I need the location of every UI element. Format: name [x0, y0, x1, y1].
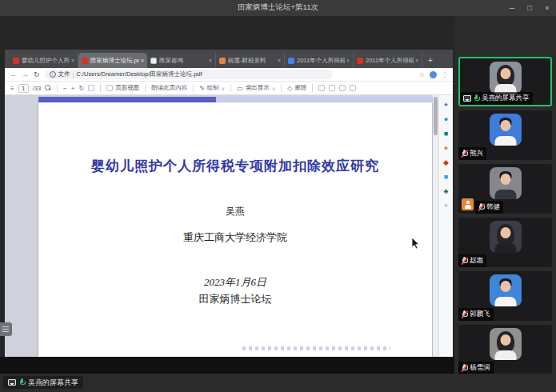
chevron-down-icon[interactable]: ∨: [272, 86, 275, 91]
page-total-label: /33: [33, 85, 41, 92]
minimize-button[interactable]: ─: [503, 0, 521, 16]
participants-panel: 吴燕的屏幕共享 熊兴 韩健 赵惠: [454, 16, 556, 392]
print-icon[interactable]: [329, 85, 335, 91]
participant-tile-3[interactable]: 韩健: [458, 164, 552, 214]
avatar: [490, 328, 522, 360]
new-tab-button[interactable]: +: [425, 54, 436, 66]
capture-icon[interactable]: ■: [444, 130, 448, 138]
pdf-icon: [13, 58, 19, 64]
forward-icon[interactable]: →: [22, 70, 29, 78]
mic-muted-icon: [462, 310, 467, 318]
zoom-in-button[interactable]: +: [71, 85, 75, 92]
page-info-icon[interactable]: i: [50, 71, 56, 78]
search-icon[interactable]: [45, 85, 51, 91]
toolbar-divider: [230, 84, 231, 92]
toolbar-divider: [57, 84, 58, 92]
fit-page-icon[interactable]: [88, 85, 94, 91]
edge-sidebar: ✦ ● ■ ● ◆ ■ ♣ +: [438, 95, 453, 357]
screen-share-icon: [463, 95, 471, 102]
rotate-icon[interactable]: ↻: [78, 85, 84, 92]
progress-bar-track: [216, 97, 436, 102]
participant-label: 吴燕的屏幕共享: [460, 92, 533, 105]
docs-icon[interactable]: ■: [444, 174, 448, 181]
office-icon[interactable]: ◆: [443, 159, 449, 166]
highlight-button[interactable]: ▭ 突出显示 ∨: [237, 84, 275, 92]
mic-muted-icon: [462, 364, 467, 372]
page-number-input[interactable]: 1: [18, 84, 29, 93]
highlighter-icon: ▭: [237, 85, 243, 92]
browser-tab-4[interactable]: 税屋-财税资料 ×: [216, 53, 285, 68]
browser-tab-3[interactable]: 政策咨询 ×: [147, 53, 216, 68]
close-button[interactable]: ×: [538, 0, 556, 16]
participant-label: 郭鹏飞: [458, 308, 494, 321]
participant-label: 赵惠: [458, 254, 486, 267]
participant-tile-5[interactable]: 郭鹏飞: [458, 271, 552, 321]
read-aloud-button[interactable]: 朗读此页内容: [151, 84, 187, 92]
tab-close-icon[interactable]: ×: [209, 58, 212, 63]
toolbar-divider: [281, 84, 282, 92]
pdf-page: 婴幼儿照护个人所得税专项附加扣除效应研究 吴燕 重庆工商大学经济学院 2023年…: [38, 102, 432, 357]
profile-avatar[interactable]: [430, 71, 437, 78]
pdf-viewport[interactable]: 婴幼儿照护个人所得税专项附加扣除效应研究 吴燕 重庆工商大学经济学院 2023年…: [5, 95, 453, 357]
browser-navbar: ← → ↻ i 文件 | C:/Users/Dreamer/Desktop/田家…: [5, 68, 453, 82]
screen-share-stage: 婴幼儿照护个人所得税专… × 田家炳博士论坛.pdf × 政策咨询 × 税屋-财…: [0, 16, 454, 374]
page-view-icon: [106, 85, 113, 91]
browser-tab-6[interactable]: 2011年个人所得税改革… ×: [354, 53, 422, 68]
floating-toolbar-button[interactable]: [0, 322, 12, 336]
meeting-bottom-bar: 吴燕的屏幕共享: [0, 374, 556, 392]
copilot-icon[interactable]: ✦: [443, 102, 450, 109]
window-controls: ─ □ ×: [503, 0, 556, 16]
address-scheme: 文件: [58, 70, 70, 78]
more-menu-icon[interactable]: ⋮: [442, 71, 448, 78]
page-view-button[interactable]: 页面视图: [106, 84, 139, 92]
reload-icon[interactable]: ↻: [34, 70, 40, 78]
add-icon[interactable]: +: [444, 202, 448, 210]
participant-tile-6[interactable]: 杨雪润: [458, 325, 552, 374]
back-icon[interactable]: ←: [10, 70, 17, 78]
page-icon: [150, 58, 157, 64]
more-tools-icon[interactable]: [350, 85, 356, 91]
toolbar-divider: [312, 84, 313, 92]
chevron-down-icon[interactable]: ∨: [222, 86, 225, 91]
maximize-button[interactable]: □: [521, 0, 538, 16]
erase-button[interactable]: ◇ 擦除: [287, 84, 306, 92]
save-icon[interactable]: [318, 85, 325, 91]
avatar: [490, 167, 522, 199]
scrollbar-thumb[interactable]: [434, 97, 438, 135]
slide-title: 婴幼儿照护个人所得税专项附加扣除效应研究: [38, 157, 432, 175]
progress-bar-filled: [38, 97, 216, 102]
tab-close-icon[interactable]: ×: [141, 58, 144, 63]
participant-tile-4[interactable]: 赵惠: [458, 218, 552, 267]
tab-close-icon[interactable]: ×: [71, 58, 74, 63]
chat-icon[interactable]: ●: [444, 116, 448, 123]
participant-tile-2[interactable]: 熊兴: [458, 110, 552, 160]
screen-share-icon: [8, 379, 16, 386]
pdf-scrollbar[interactable]: [433, 95, 438, 357]
participant-tile-1[interactable]: 吴燕的屏幕共享: [458, 57, 552, 106]
tab-close-icon[interactable]: ×: [346, 58, 350, 63]
address-path: C:/Users/Dreamer/Desktop/田家炳博士论坛.pdf: [77, 70, 202, 78]
profile-icon[interactable]: ●: [444, 145, 448, 152]
tab-close-icon[interactable]: ×: [278, 58, 281, 63]
address-separator: |: [73, 71, 74, 78]
mic-muted-icon: [462, 150, 467, 158]
save-as-icon[interactable]: [339, 85, 346, 91]
toc-icon[interactable]: ≡: [10, 85, 14, 92]
zoom-out-button[interactable]: −: [63, 85, 67, 92]
favorites-icon[interactable]: ☆: [419, 71, 425, 78]
browser-tab-1[interactable]: 婴幼儿照护个人所得税专… ×: [10, 53, 78, 68]
address-bar[interactable]: i 文件 | C:/Users/Dreamer/Desktop/田家炳博士论坛.…: [45, 70, 333, 79]
slide-affiliation: 重庆工商大学经济学院: [38, 230, 432, 245]
avatar: [490, 114, 522, 146]
meeting-titlebar: 田家炳博士论坛+第11次 ─ □ ×: [0, 0, 556, 16]
slide-cutoff-text: [242, 346, 390, 350]
draw-button[interactable]: ✎ 绘制 ∨: [199, 84, 225, 92]
share-status-pill[interactable]: 吴燕的屏幕共享: [3, 376, 83, 389]
browser-tab-5[interactable]: 2011年个人所得税改革… ×: [285, 53, 354, 68]
browser-tab-2-active[interactable]: 田家炳博士论坛.pdf ×: [78, 53, 147, 68]
toolbar-divider: [193, 84, 194, 92]
eraser-icon: ◇: [287, 85, 292, 92]
tab-close-icon[interactable]: ×: [415, 58, 418, 63]
pen-icon: ✎: [199, 85, 205, 92]
tree-icon[interactable]: ♣: [444, 188, 449, 195]
